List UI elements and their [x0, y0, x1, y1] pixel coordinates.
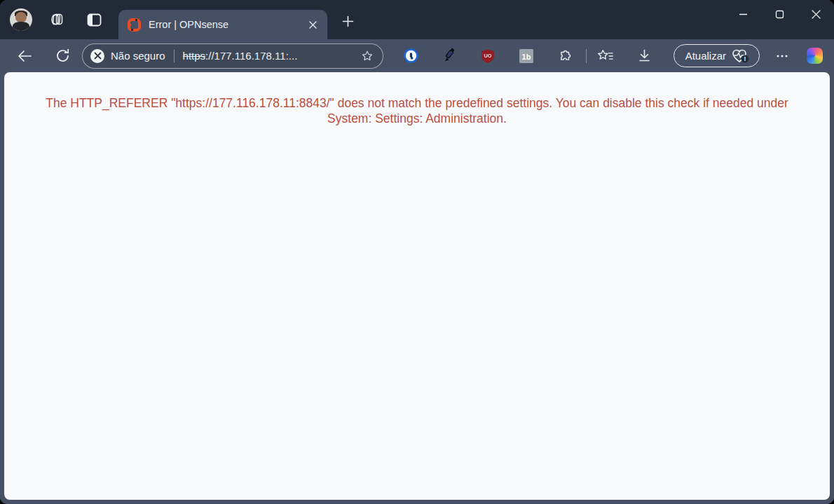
security-label: Não seguro [111, 50, 165, 62]
address-divider [174, 50, 175, 62]
reload-button[interactable] [51, 45, 74, 67]
favorite-star-button[interactable] [358, 47, 376, 65]
url-text: https://177.116.178.11:... [183, 50, 358, 62]
ublock-glyph: UO [484, 52, 492, 58]
health-heart-icon: ! [732, 48, 750, 64]
toolbar: Não seguro https://177.116.178.11:... [0, 39, 834, 72]
avatar-art [13, 22, 29, 31]
download-icon [637, 48, 652, 63]
favorites-list-icon [597, 48, 614, 64]
update-label: Atualizar [685, 50, 726, 62]
browser-update-button[interactable]: Atualizar ! [674, 44, 760, 67]
url-scheme: https [183, 50, 206, 62]
extensions-menu-button[interactable] [554, 45, 576, 67]
opnsense-favicon-icon [128, 18, 141, 32]
update-badge: ! [744, 55, 746, 62]
copilot-button[interactable] [803, 45, 826, 67]
extension-pen-button[interactable] [438, 45, 460, 67]
close-button[interactable] [798, 0, 834, 28]
web-page: The HTTP_REFERER "https://177.116.178.11… [4, 72, 830, 500]
settings-menu-button[interactable] [771, 45, 793, 67]
plus-icon [342, 15, 354, 27]
favorites-button[interactable] [594, 45, 617, 67]
extension-ublock-button[interactable]: UO [477, 45, 499, 67]
back-arrow-icon [17, 48, 32, 64]
reload-icon [55, 48, 70, 63]
1password-icon [403, 48, 419, 64]
not-secure-icon [90, 49, 104, 63]
address-bar[interactable]: Não seguro https://177.116.178.11:... [82, 43, 383, 69]
vertical-tabs-icon [86, 12, 102, 28]
puzzle-piece-icon [557, 48, 573, 64]
url-rest: ://177.116.178.11:... [205, 50, 297, 62]
tab-close-button[interactable] [305, 17, 320, 32]
ellipsis-icon [776, 54, 788, 58]
1b-square-icon: 1b [519, 48, 534, 64]
downloads-button[interactable] [633, 45, 655, 67]
maximize-button[interactable] [761, 0, 798, 28]
1b-glyph: 1b [522, 52, 531, 60]
tab-error-opnsense[interactable]: Error | OPNsense [118, 10, 327, 39]
workspaces-icon [48, 11, 64, 28]
avatar-art [15, 12, 27, 22]
extension-1password-button[interactable] [399, 45, 422, 67]
new-tab-button[interactable] [336, 9, 360, 33]
ublock-shield-icon: UO [480, 48, 495, 64]
profile-avatar[interactable] [10, 8, 32, 31]
site-security-chip[interactable]: Não seguro [90, 49, 165, 63]
toolbar-divider [586, 49, 587, 63]
titlebar: Error | OPNsense [0, 0, 834, 39]
back-button[interactable] [13, 45, 36, 67]
tab-title: Error | OPNsense [149, 19, 305, 30]
extension-1b-button[interactable]: 1b [515, 45, 538, 67]
window-controls [725, 0, 834, 32]
tab-layout-button[interactable] [82, 8, 106, 32]
pen-eyedropper-icon [442, 48, 458, 64]
workspaces-button[interactable] [44, 8, 68, 32]
opnsense-error-message: The HTTP_REFERER "https://177.116.178.11… [22, 95, 812, 127]
minimize-button[interactable] [725, 0, 761, 28]
content-frame: The HTTP_REFERER "https://177.116.178.11… [0, 72, 834, 504]
copilot-icon [807, 48, 823, 64]
browser-window: Error | OPNsense [0, 0, 834, 504]
